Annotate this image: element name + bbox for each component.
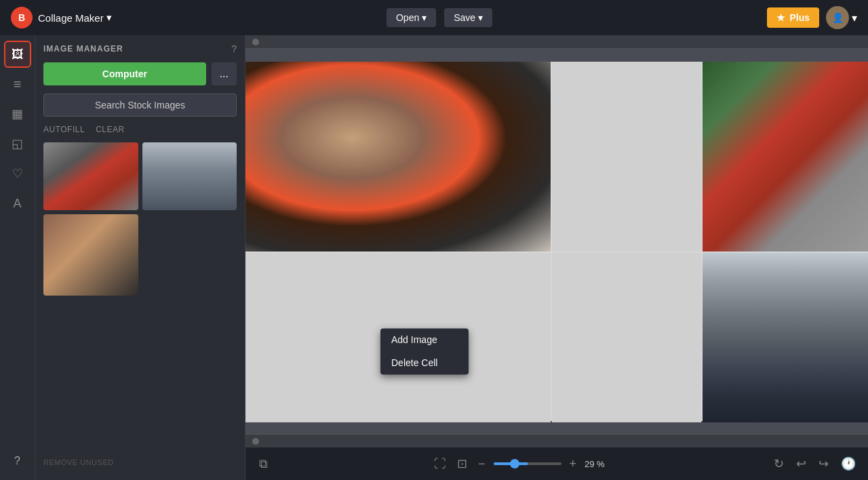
context-menu: Add Image Delete Cell: [380, 328, 469, 374]
context-add-image[interactable]: Add Image: [380, 328, 469, 351]
toolbar-left: ⧉: [256, 454, 271, 474]
clear-button[interactable]: CLEAR: [96, 125, 125, 134]
scooter-thumbnail: [43, 142, 138, 210]
cell-bottom-mid[interactable]: [552, 253, 701, 422]
paris-aerial-image: [703, 253, 868, 422]
cell-top-right[interactable]: [703, 62, 868, 252]
layers-icon: ⧉: [259, 457, 268, 471]
autofill-row: AUTOFILL CLEAR: [43, 125, 237, 134]
star-icon: ★: [776, 12, 785, 23]
cell-bottom-right[interactable]: [703, 253, 868, 422]
text-icon: A: [13, 197, 21, 211]
image-manager-icon: 🖼: [12, 47, 24, 62]
stock-search-button[interactable]: Search Stock Images: [43, 94, 237, 117]
scooter-street-image: [703, 62, 868, 252]
thumbnail-item[interactable]: [142, 142, 237, 210]
context-delete-cell[interactable]: Delete Cell: [380, 351, 469, 374]
sidebar-item-filters[interactable]: ≡: [4, 71, 31, 98]
canvas-scroll-bottom: [245, 434, 868, 447]
header-right: ★ Plus 👤 ▾: [767, 6, 857, 29]
chevron-down-icon: ▾: [106, 12, 112, 24]
zoom-slider[interactable]: [494, 462, 561, 465]
history-button[interactable]: 🕐: [838, 454, 859, 474]
stickers-icon: ◱: [12, 136, 23, 151]
sidebar-item-image-manager[interactable]: 🖼: [4, 41, 31, 68]
sidebar-item-layout[interactable]: ▦: [4, 100, 31, 127]
rotate-cw-button[interactable]: ↻: [771, 454, 787, 474]
toolbar-right: ↻ ↩ ↪ 🕐: [771, 454, 859, 474]
cell-main-photo[interactable]: [245, 62, 551, 252]
upload-row: Computer ...: [43, 62, 237, 85]
zoom-in-button[interactable]: +: [567, 454, 580, 474]
paris-thumbnail: [142, 142, 237, 210]
filters-icon: ≡: [14, 77, 22, 92]
collage-canvas: Add Image Delete Cell: [245, 62, 868, 421]
panel-header: IMAGE MANAGER ?: [43, 43, 237, 54]
app-title[interactable]: Collage Maker ▾: [38, 12, 112, 24]
sidebar-item-text[interactable]: A: [4, 190, 31, 217]
redo-icon: ↪: [818, 456, 829, 471]
crop-icon: ⊡: [457, 456, 467, 471]
zoom-percentage: 29 %: [585, 459, 610, 469]
toolbar-center: ⛶ ⊡ − + 29 %: [431, 454, 610, 474]
panel-title: IMAGE MANAGER: [43, 44, 123, 54]
header-center: Open ▾ Save ▾: [387, 8, 492, 27]
plus-button[interactable]: ★ Plus: [767, 7, 819, 28]
icon-rail: 🖼 ≡ ▦ ◱ ♡ A ?: [0, 35, 35, 480]
main-content: 🖼 ≡ ▦ ◱ ♡ A ? IMAGE MANAGER ? Computer: [0, 35, 868, 480]
remove-unused-label: REMOVE UNUSED: [43, 453, 237, 472]
thumbnail-grid: [43, 142, 237, 296]
canvas-main[interactable]: Add Image Delete Cell: [245, 49, 868, 434]
undo-button[interactable]: ↩: [793, 454, 809, 474]
computer-upload-button[interactable]: Computer: [43, 62, 206, 85]
app-logo[interactable]: B: [11, 7, 33, 28]
more-icon: ...: [220, 68, 229, 79]
autofill-button[interactable]: AUTOFILL: [43, 125, 85, 134]
cell-bottom-left[interactable]: Add Image Delete Cell: [245, 253, 551, 422]
mother-daughter-thumbnail: [43, 214, 138, 296]
fit-to-screen-button[interactable]: ⛶: [431, 454, 449, 474]
chevron-down-icon: ▾: [852, 12, 857, 24]
undo-icon: ↩: [796, 456, 806, 471]
question-icon: ?: [14, 455, 20, 467]
rotate-cw-icon: ↻: [774, 456, 784, 471]
crop-button[interactable]: ⊡: [454, 454, 470, 474]
layers-button[interactable]: ⧉: [256, 454, 271, 474]
clock-icon: 🕐: [841, 456, 856, 471]
sidebar-item-favorites[interactable]: ♡: [4, 160, 31, 187]
sidebar-panel: IMAGE MANAGER ? Computer ... Search Stoc…: [35, 35, 245, 480]
avatar: 👤: [826, 6, 849, 29]
header-left: B Collage Maker ▾: [11, 7, 112, 28]
minus-icon: −: [478, 457, 486, 471]
save-button[interactable]: Save ▾: [444, 8, 492, 27]
sidebar-item-help[interactable]: ?: [4, 447, 31, 475]
chevron-down-icon: ▾: [478, 12, 483, 23]
chevron-down-icon: ▾: [422, 12, 427, 23]
canvas-area: Add Image Delete Cell ⧉: [245, 35, 868, 480]
open-button[interactable]: Open ▾: [387, 8, 436, 27]
plus-icon: +: [570, 457, 577, 471]
user-avatar-menu[interactable]: 👤 ▾: [826, 6, 857, 29]
zoom-out-button[interactable]: −: [475, 454, 488, 474]
more-upload-options-button[interactable]: ...: [212, 62, 237, 85]
cell-top-mid[interactable]: [552, 62, 701, 252]
sidebar-item-stickers[interactable]: ◱: [4, 130, 31, 157]
fit-icon: ⛶: [434, 457, 446, 471]
mother-daughter-image: [245, 62, 551, 252]
canvas-scroll-top: [245, 35, 868, 49]
scroll-indicator-bottom: [252, 438, 259, 445]
redo-button[interactable]: ↪: [816, 454, 831, 474]
scroll-indicator: [252, 39, 259, 45]
thumbnail-item[interactable]: [43, 214, 138, 296]
thumbnail-item[interactable]: [43, 142, 138, 210]
favorites-icon: ♡: [12, 166, 23, 181]
header: B Collage Maker ▾ Open ▾ Save ▾ ★ Plus 👤…: [0, 0, 868, 35]
bottom-toolbar: ⧉ ⛶ ⊡ − + 29 %: [245, 447, 868, 480]
panel-help-icon[interactable]: ?: [231, 43, 237, 54]
layout-icon: ▦: [12, 106, 23, 121]
